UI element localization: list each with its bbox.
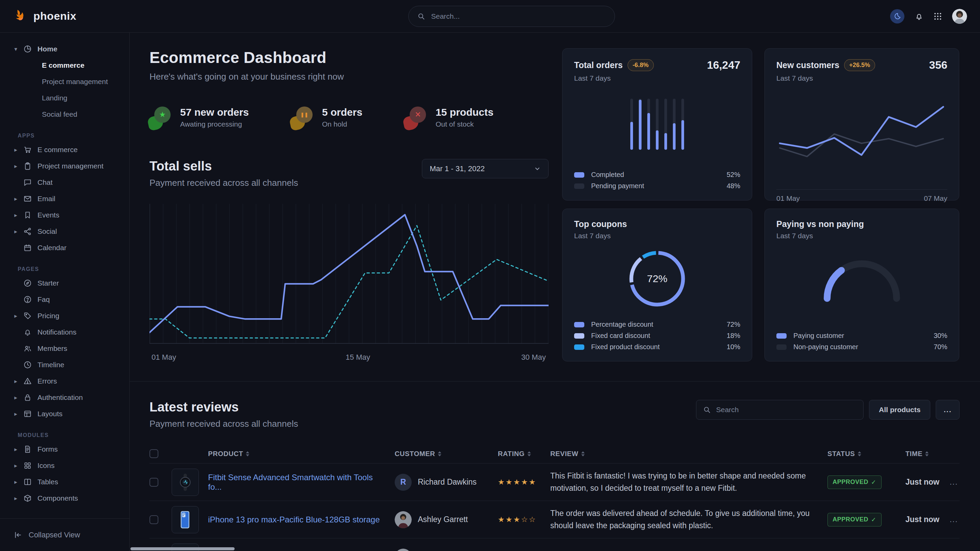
pause-badge-icon: ❚❚ xyxy=(291,106,313,128)
warning-icon xyxy=(23,377,32,386)
sidebar-item-authentication[interactable]: ▸Authentication xyxy=(0,389,129,406)
date-range-select[interactable]: Mar 1 - 31, 2022 xyxy=(422,159,549,178)
total-sells-subtitle: Payment received across all channels xyxy=(150,178,298,188)
stat-caption: Out of stock xyxy=(436,120,493,128)
ecommerce-dashboard-app: phoenix xyxy=(0,0,980,551)
select-all-checkbox[interactable] xyxy=(150,449,158,458)
sidebar-item-pricing[interactable]: ▸Pricing xyxy=(0,308,129,324)
horizontal-scrollbar-thumb[interactable] xyxy=(130,547,235,550)
compass-icon xyxy=(23,279,32,287)
product-thumbnail[interactable] xyxy=(172,506,199,533)
column-header-status[interactable]: STATUS xyxy=(827,450,905,458)
share-icon xyxy=(23,227,32,236)
reviews-search-input[interactable] xyxy=(716,405,856,414)
sidebar-item-chat[interactable]: Chat xyxy=(0,174,129,191)
caret-right-icon[interactable]: ▸ xyxy=(14,163,23,170)
customer-avatar[interactable] xyxy=(395,511,412,528)
card-value: 356 xyxy=(929,59,947,71)
caret-right-icon[interactable]: ▸ xyxy=(14,228,23,235)
sidebar-item-label: E commerce xyxy=(37,146,78,154)
sidebar-item-home[interactable]: ▾Home xyxy=(0,41,129,57)
status-badge: APPROVED✓ xyxy=(827,513,881,527)
sidebar-item-layouts[interactable]: ▸Layouts xyxy=(0,406,129,422)
trend-badge: -6.8% xyxy=(628,59,654,71)
sidebar-item-e-commerce[interactable]: ▸E commerce xyxy=(0,141,129,158)
column-header-review[interactable]: REVIEW xyxy=(550,450,827,458)
brand-logo[interactable]: phoenix xyxy=(13,9,76,24)
column-header-product[interactable]: PRODUCT xyxy=(208,450,395,458)
file-icon xyxy=(23,445,32,454)
column-header-time[interactable]: TIME xyxy=(905,450,950,458)
caret-right-icon[interactable]: ▸ xyxy=(14,410,23,418)
reviews-more-button[interactable]: ... xyxy=(936,400,959,420)
sidebar-item-events[interactable]: ▸Events xyxy=(0,207,129,223)
total-sells-chart: 01 May 15 May 30 May xyxy=(150,200,549,364)
sidebar-item-project-management[interactable]: ▸Project management xyxy=(0,158,129,174)
caret-right-icon[interactable]: ▸ xyxy=(14,478,23,486)
sidebar-subitem-landing[interactable]: Landing xyxy=(0,90,129,106)
search-icon xyxy=(417,13,425,20)
top-navbar: phoenix xyxy=(0,0,980,33)
caret-right-icon[interactable]: ▸ xyxy=(14,313,23,319)
customer-avatar[interactable] xyxy=(395,549,412,551)
sidebar-subitem-e-commerce[interactable]: E commerce xyxy=(0,57,129,73)
product-thumbnail[interactable] xyxy=(172,468,199,496)
caret-right-icon[interactable]: ▸ xyxy=(14,446,23,453)
kpi-cards-grid: Total orders -6.8% 16,247 Last 7 days Co… xyxy=(562,48,959,364)
column-header-rating[interactable]: RATING xyxy=(498,450,550,458)
caret-down-icon[interactable]: ▾ xyxy=(14,46,23,53)
sidebar-item-social[interactable]: ▸Social xyxy=(0,223,129,240)
caret-right-icon[interactable]: ▸ xyxy=(14,212,23,219)
gauge-track xyxy=(827,264,897,299)
row-checkbox[interactable] xyxy=(150,515,158,524)
trend-badge: +26.5% xyxy=(844,59,875,71)
caret-right-icon[interactable]: ▸ xyxy=(14,195,23,203)
caret-right-icon[interactable]: ▸ xyxy=(14,462,23,469)
product-link[interactable]: iPhone 13 pro max-Pacific Blue-128GB sto… xyxy=(208,515,390,524)
layout-icon xyxy=(23,410,32,418)
page-subtitle: Here's what's going on at your business … xyxy=(150,71,549,82)
dark-mode-toggle[interactable] xyxy=(890,9,904,24)
notifications-button[interactable] xyxy=(915,12,923,21)
collapsed-view-toggle[interactable]: Collapsed View xyxy=(0,518,129,551)
sidebar-item-tables[interactable]: ▸Tables xyxy=(0,474,129,490)
user-avatar[interactable] xyxy=(952,9,967,24)
sidebar-subitem-project-management[interactable]: Project management xyxy=(0,73,129,90)
row-more-button[interactable]: ... xyxy=(950,478,958,486)
sidebar-item-errors[interactable]: ▸Errors xyxy=(0,373,129,389)
caret-right-icon[interactable]: ▸ xyxy=(14,495,23,502)
sidebar-item-email[interactable]: ▸Email xyxy=(0,191,129,207)
sidebar-item-components[interactable]: ▸Components xyxy=(0,490,129,507)
sidebar-item-timeline[interactable]: Timeline xyxy=(0,357,129,373)
all-products-button[interactable]: All products xyxy=(869,400,931,420)
row-checkbox[interactable] xyxy=(150,478,158,487)
sidebar-item-forms[interactable]: ▸Forms xyxy=(0,441,129,457)
reviews-search[interactable] xyxy=(696,400,864,420)
caret-right-icon[interactable]: ▸ xyxy=(14,146,23,154)
paying-gauge-chart xyxy=(821,258,903,304)
stat-value: 5 orders xyxy=(322,106,362,118)
total-sells-header: Total sells Payment received across all … xyxy=(150,159,549,188)
total-sells-x-axis: 01 May 15 May 30 May xyxy=(150,353,549,364)
sidebar-subitem-social-feed[interactable]: Social feed xyxy=(0,106,129,122)
legend-row: Fixed product discount10% xyxy=(574,343,740,351)
sidebar-item-notifications[interactable]: Notifications xyxy=(0,324,129,340)
caret-right-icon[interactable]: ▸ xyxy=(14,394,23,401)
sidebar-item-starter[interactable]: Starter xyxy=(0,275,129,291)
legend-row: Pending payment48% xyxy=(574,182,740,190)
customer-avatar[interactable]: R xyxy=(395,474,412,491)
product-link[interactable]: Fitbit Sense Advanced Smartwatch with To… xyxy=(208,473,373,491)
global-search-input[interactable] xyxy=(430,12,606,21)
clipboard-icon xyxy=(23,162,32,170)
column-header-customer[interactable]: CUSTOMER xyxy=(395,450,498,458)
row-more-button[interactable]: ... xyxy=(950,515,958,524)
sidebar-item-members[interactable]: Members xyxy=(0,340,129,357)
caret-right-icon[interactable]: ▸ xyxy=(14,378,23,385)
latest-reviews-subtitle: Payment received across all channels xyxy=(150,419,298,429)
sidebar-item-faq[interactable]: Faq xyxy=(0,291,129,308)
sidebar-item-calendar[interactable]: Calendar xyxy=(0,240,129,256)
apps-grid-button[interactable] xyxy=(934,12,942,21)
global-search[interactable] xyxy=(408,6,615,27)
sidebar-item-icons[interactable]: ▸Icons xyxy=(0,457,129,474)
legend-value: 70% xyxy=(934,343,947,351)
